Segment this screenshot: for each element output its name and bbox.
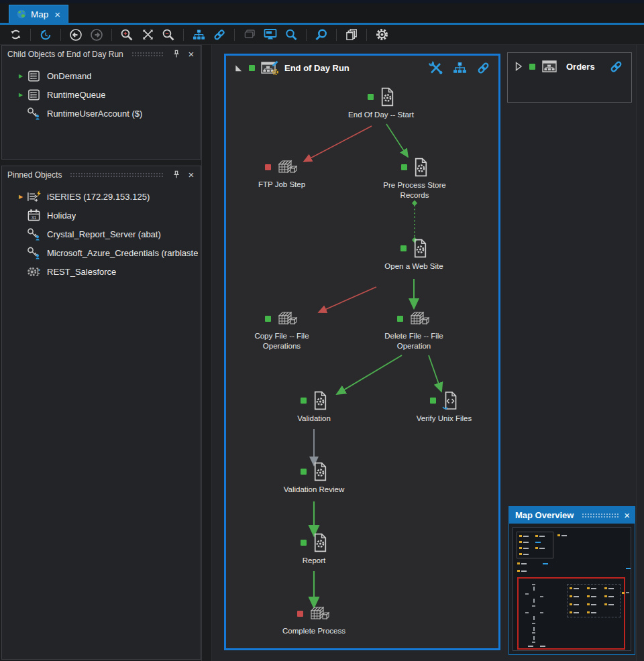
application-window: Map × (0, 0, 644, 661)
toolbar-separator (366, 29, 367, 41)
monitor-icon[interactable] (262, 27, 279, 43)
zoom-in-icon[interactable] (118, 27, 136, 43)
node-label: Delete File -- File Operation (378, 331, 450, 351)
node-complete-process[interactable]: Complete Process (270, 604, 358, 636)
tree-item-label: iSERIES (172.29.153.125) (47, 192, 150, 202)
queue-icon (25, 88, 42, 101)
settings-gear-icon[interactable] (373, 27, 390, 43)
plan-container-end-of-day-run[interactable]: End Of Day -- Start FTP Job Step Pre Pro… (224, 54, 500, 650)
running-triangle-icon: ▶ (17, 73, 25, 79)
running-triangle-icon: ▶ (17, 92, 25, 98)
tree-item-label: RuntimeQueue (47, 90, 105, 100)
close-icon[interactable]: × (624, 510, 630, 520)
vertical-scrollbar[interactable] (636, 45, 644, 661)
back-icon[interactable] (67, 27, 85, 43)
orders-header[interactable]: Orders (508, 53, 631, 74)
node-delete-file[interactable]: Delete File -- File Operation (370, 309, 458, 351)
job-document-icon (313, 391, 328, 410)
map-canvas-area[interactable]: End Of Day -- Start FTP Job Step Pre Pro… (212, 45, 644, 661)
link-icon[interactable] (211, 27, 228, 43)
tree-item-label: RuntimeUserAccount ($) (47, 109, 142, 119)
tree-item-microsoft-azure-credentials[interactable]: Microsoft_Azure_Credentials (rarblaste (2, 243, 201, 262)
search-strong-icon[interactable] (313, 27, 330, 43)
refresh-icon[interactable] (7, 27, 24, 43)
plan-container-orders[interactable]: Orders (507, 52, 632, 103)
org-chart-icon[interactable] (190, 27, 207, 43)
tab-close-icon[interactable]: × (54, 9, 60, 19)
job-document-icon (313, 462, 328, 481)
org-chart-icon[interactable] (453, 62, 467, 74)
map-overview-header[interactable]: Map Overview × (509, 507, 635, 524)
tree-item-crystal-report-server[interactable]: Crystal_Report_Server (abat) (2, 225, 201, 243)
panel-splitter[interactable] (201, 45, 212, 661)
child-objects-header[interactable]: Child Objects of End of Day Run × (2, 46, 201, 62)
node-end-of-day-start[interactable]: End Of Day -- Start (337, 87, 425, 120)
node-label: Verify Unix Files (417, 414, 472, 424)
plan-header[interactable]: End of Day Run (226, 56, 498, 80)
tree-item-rest-salesforce[interactable]: REST_Salesforce (2, 262, 201, 281)
minimap-mark (626, 592, 629, 593)
zoom-out-icon[interactable] (160, 27, 177, 43)
history-icon[interactable] (37, 27, 54, 43)
tree-item-ondemand[interactable]: ▶ OnDemand (2, 66, 201, 85)
status-square (265, 164, 271, 170)
tree-item-label: OnDemand (47, 71, 91, 81)
close-icon[interactable]: × (186, 170, 197, 180)
pinned-objects-header[interactable]: Pinned Objects × (2, 166, 201, 183)
minimap-node-mark (525, 612, 529, 613)
tools-icon[interactable] (429, 61, 443, 74)
tab-map[interactable]: Map × (9, 5, 68, 23)
left-panels-column: Child Objects of End of Day Run × ▶ OnDe… (0, 45, 201, 661)
status-square (397, 316, 403, 322)
minimap-canvas[interactable] (513, 527, 631, 651)
node-pre-process-store-records[interactable]: Pre Process Store Records (371, 158, 458, 200)
expand-triangle-icon[interactable] (515, 62, 523, 71)
close-icon[interactable]: × (186, 49, 197, 60)
tree-item-runtimeuseraccount[interactable]: RuntimeUserAccount ($) (2, 104, 201, 123)
minimap-mark (521, 570, 527, 572)
node-label: Validation (297, 414, 331, 424)
node-open-a-web-site[interactable]: Open a Web Site (370, 239, 458, 272)
forward-icon[interactable] (88, 27, 105, 43)
node-verify-unix-files[interactable]: Verify Unix Files (400, 391, 488, 424)
status-square (400, 245, 407, 251)
link-icon[interactable] (476, 61, 490, 75)
node-validation[interactable]: Validation (270, 391, 358, 424)
tab-bar: Map × (0, 3, 644, 23)
main-content: Child Objects of End of Day Run × ▶ OnDe… (0, 45, 644, 661)
node-validation-review[interactable]: Validation Review (270, 462, 358, 495)
pinned-objects-panel: Pinned Objects × ▶ iSERIES (172.29.153.1… (1, 166, 201, 660)
tab-label: Map (31, 9, 48, 19)
pinned-objects-title: Pinned Objects (7, 170, 62, 180)
key-user-icon (25, 107, 42, 120)
search-icon[interactable] (282, 27, 300, 43)
tree-item-holiday[interactable]: 31 Holiday (2, 206, 201, 225)
frames-icon[interactable] (241, 27, 258, 43)
pin-icon[interactable] (171, 49, 182, 60)
status-square (430, 398, 436, 404)
node-ftp-job-step[interactable]: FTP Job Step (238, 158, 325, 190)
minimap-node-mark (540, 612, 543, 613)
tree-item-runtimequeue[interactable]: ▶ RuntimeQueue (2, 85, 201, 104)
orders-title: Orders (566, 62, 595, 72)
minimap-node-mark (533, 587, 535, 591)
calendar-icon: 31 (25, 208, 42, 222)
process-cubes-icon (277, 309, 299, 328)
tree-item-iseries[interactable]: ▶ iSERIES (172.29.153.125) (2, 187, 201, 206)
script-document-icon (442, 391, 458, 410)
node-copy-file[interactable]: Copy File -- File Operations (238, 309, 325, 351)
minimap-node-mark (528, 646, 533, 647)
link-icon[interactable] (609, 60, 623, 74)
minimap-mark (557, 534, 560, 536)
pin-icon[interactable] (171, 170, 182, 180)
node-label: Report (303, 556, 326, 566)
zoom-fit-icon[interactable] (139, 27, 156, 43)
job-document-icon (413, 158, 429, 177)
panel-drag-dots (582, 513, 619, 519)
minimap-node-mark (533, 616, 535, 620)
minimap-node-mark (525, 593, 529, 595)
node-report[interactable]: Report (270, 533, 358, 566)
copy-pages-icon[interactable] (343, 27, 360, 43)
minimap-mark (517, 570, 520, 572)
collapse-triangle-icon[interactable] (234, 64, 243, 72)
